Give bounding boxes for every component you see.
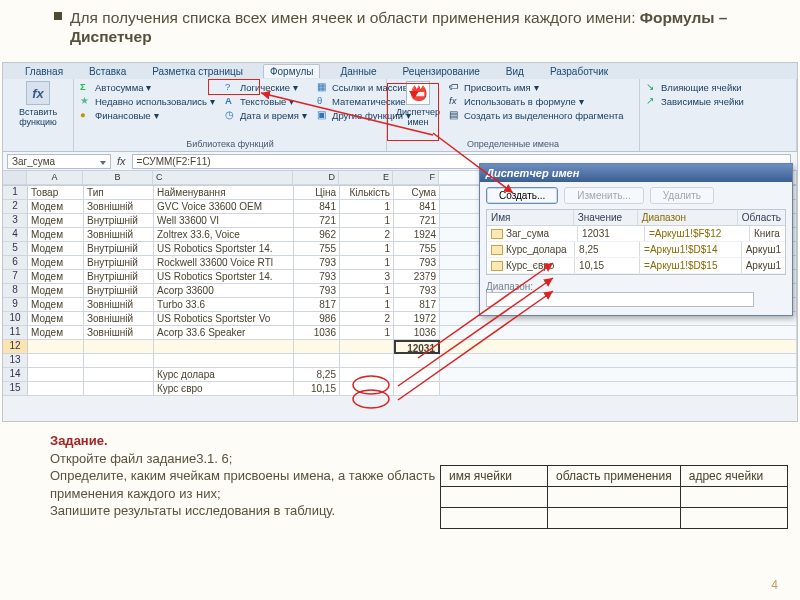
name-list-row[interactable]: Заг_сума12031=Аркуш1!$F$12Книга	[487, 226, 785, 242]
row-header[interactable]: 8	[3, 284, 28, 298]
ribbon-tab[interactable]: Рецензирование	[397, 65, 486, 78]
ribbon-tab[interactable]: Разработчик	[544, 65, 614, 78]
cell[interactable]	[394, 382, 440, 396]
row-header[interactable]: 10	[3, 312, 28, 326]
cell[interactable]: Зовнішній	[84, 228, 154, 242]
cell[interactable]	[394, 368, 440, 382]
cell[interactable]	[340, 382, 394, 396]
cell[interactable]: 841	[294, 200, 340, 214]
cell[interactable]: 1	[340, 298, 394, 312]
select-all-corner[interactable]	[3, 171, 27, 185]
cell[interactable]: Ціна	[294, 186, 340, 200]
cell[interactable]	[84, 382, 154, 396]
cell[interactable]: Модем	[28, 284, 84, 298]
cell[interactable]: 721	[294, 214, 340, 228]
col-header[interactable]: E	[339, 171, 393, 185]
cell[interactable]: Тип	[84, 186, 154, 200]
cell[interactable]: Сума	[394, 186, 440, 200]
cell[interactable]: Zoltrex 33.6, Voice	[154, 228, 294, 242]
cell[interactable]: 1	[340, 284, 394, 298]
cell[interactable]	[340, 354, 394, 368]
row-header[interactable]: 1	[3, 186, 28, 200]
cell[interactable]: Внутрішній	[84, 270, 154, 284]
row-header[interactable]: 14	[3, 368, 28, 382]
cell-empty[interactable]	[440, 354, 797, 368]
cell[interactable]: Товар	[28, 186, 84, 200]
cell[interactable]: 12031	[394, 340, 440, 354]
cell[interactable]: US Robotics Sportster Vo	[154, 312, 294, 326]
cell[interactable]: 793	[394, 256, 440, 270]
row-header[interactable]: 5	[3, 242, 28, 256]
cell-empty[interactable]	[440, 382, 797, 396]
cell[interactable]: Внутрішній	[84, 242, 154, 256]
cell[interactable]	[84, 368, 154, 382]
cell[interactable]: Модем	[28, 256, 84, 270]
col-header[interactable]: C	[153, 171, 293, 185]
ribbon-tab[interactable]: Данные	[334, 65, 382, 78]
row-header[interactable]: 3	[3, 214, 28, 228]
cell[interactable]: Turbo 33.6	[154, 298, 294, 312]
cell[interactable]: Модем	[28, 214, 84, 228]
cell[interactable]: Acorp 33600	[154, 284, 294, 298]
cell[interactable]: Модем	[28, 270, 84, 284]
ribbon-tab[interactable]: Вставка	[83, 65, 132, 78]
cell[interactable]: Зовнішній	[84, 298, 154, 312]
financial-button[interactable]: ●Финансовые ▾	[80, 109, 215, 121]
row-header[interactable]: 12	[3, 340, 28, 354]
col-header[interactable]: F	[393, 171, 439, 185]
cell[interactable]: Модем	[28, 298, 84, 312]
cell[interactable]: Курс долара	[154, 368, 294, 382]
cell-empty[interactable]	[440, 326, 797, 340]
trace-precedents-button[interactable]: ↘Влияющие ячейки	[646, 81, 790, 93]
cell[interactable]: 793	[294, 284, 340, 298]
cell[interactable]: 793	[294, 270, 340, 284]
cell[interactable]	[28, 340, 84, 354]
recent-button[interactable]: ★Недавно использовались ▾	[80, 95, 215, 107]
cell[interactable]: Модем	[28, 326, 84, 340]
cell[interactable]: 1	[340, 326, 394, 340]
cell[interactable]	[294, 354, 340, 368]
name-manager-dialog[interactable]: Диспетчер имен Создать... Изменить... Уд…	[479, 163, 793, 316]
ribbon-tab[interactable]: Вид	[500, 65, 530, 78]
insert-function-button[interactable]: fx Вставить функцию	[13, 81, 63, 127]
cell[interactable]: 986	[294, 312, 340, 326]
row-header[interactable]: 7	[3, 270, 28, 284]
cell[interactable]: Внутрішній	[84, 284, 154, 298]
cell[interactable]: 3	[340, 270, 394, 284]
cell[interactable]: 1924	[394, 228, 440, 242]
row-header[interactable]: 9	[3, 298, 28, 312]
ribbon-tab[interactable]: Разметка страницы	[146, 65, 249, 78]
create-from-selection-button[interactable]: ▤Создать из выделенного фрагмента	[449, 109, 624, 121]
cell[interactable]: US Robotics Sportster 14.	[154, 270, 294, 284]
cell[interactable]: Найменування	[154, 186, 294, 200]
cell[interactable]: 793	[394, 284, 440, 298]
cell[interactable]	[154, 340, 294, 354]
cell[interactable]: Курс євро	[154, 382, 294, 396]
cell-empty[interactable]	[440, 368, 797, 382]
cell[interactable]: 793	[294, 256, 340, 270]
trace-dependents-button[interactable]: ↗Зависимые ячейки	[646, 95, 790, 107]
cell[interactable]: 817	[394, 298, 440, 312]
cell[interactable]	[28, 354, 84, 368]
create-button[interactable]: Создать...	[486, 187, 558, 204]
cell[interactable]: Внутрішній	[84, 214, 154, 228]
cell[interactable]: Зовнішній	[84, 326, 154, 340]
autosum-button[interactable]: ΣАвтосумма ▾	[80, 81, 215, 93]
cell[interactable]: 817	[294, 298, 340, 312]
col-header[interactable]: B	[83, 171, 153, 185]
row-header[interactable]: 15	[3, 382, 28, 396]
name-list[interactable]: ИмяЗначениеДиапазонОбласть Заг_сума12031…	[486, 209, 786, 275]
cell[interactable]: Rockwell 33600 Voice RTl	[154, 256, 294, 270]
cell[interactable]: 962	[294, 228, 340, 242]
cell[interactable]: US Robotics Sportster 14.	[154, 242, 294, 256]
cell[interactable]: 8,25	[294, 368, 340, 382]
cell[interactable]	[154, 354, 294, 368]
cell[interactable]: Модем	[28, 312, 84, 326]
cell[interactable]	[84, 354, 154, 368]
cell[interactable]	[28, 368, 84, 382]
cell[interactable]: Модем	[28, 228, 84, 242]
cell[interactable]: 1036	[294, 326, 340, 340]
col-header[interactable]: D	[293, 171, 339, 185]
cell[interactable]: 1	[340, 256, 394, 270]
cell[interactable]: Acorp 33.6 Speaker	[154, 326, 294, 340]
